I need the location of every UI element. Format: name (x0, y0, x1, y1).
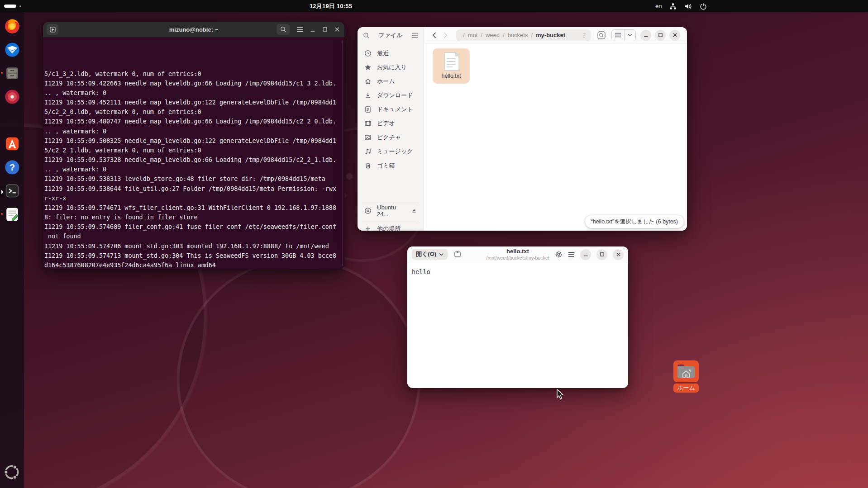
dock-item[interactable] (4, 88, 20, 105)
path-segment-label[interactable]: mnt (468, 32, 478, 38)
maximize-button[interactable] (596, 249, 607, 260)
terminal-line: 5/c1_3_2.ldb, watermark 0, num of entrie… (44, 69, 343, 79)
sidebar-item[interactable]: お気に入り (358, 60, 424, 74)
terminal-line: I1219 10:55:09.480747 needle_map_leveldb… (44, 117, 343, 126)
terminal-line: d164c5387608207e4e935f24d6ca4a95f6a linu… (44, 261, 343, 269)
path-segment[interactable]: / weed (477, 32, 500, 38)
terminal-line: .. , watermark: 0 (44, 88, 343, 98)
dock-items (0, 18, 24, 270)
path-segment[interactable]: / mnt (460, 32, 477, 38)
minimize-button[interactable] (640, 30, 651, 41)
dock-item[interactable] (4, 182, 20, 199)
sidebar-item-volume[interactable]: Ubuntu 24... (358, 204, 424, 218)
close-button[interactable] (613, 249, 624, 260)
terminal-scrollbar[interactable] (342, 40, 343, 266)
dock-item[interactable] (4, 18, 20, 34)
clock[interactable]: 12月19日 10:55 (286, 0, 376, 12)
terminal-output[interactable]: 5/c1_3_2.ldb, watermark 0, num of entrie… (44, 40, 343, 269)
list-view-icon[interactable] (612, 30, 624, 41)
sidebar-item-label: 最近 (377, 49, 389, 57)
maximize-icon[interactable] (322, 27, 328, 32)
dock-item[interactable] (4, 159, 20, 175)
dock-item[interactable] (4, 229, 20, 246)
terminal-line: .. , watermark: 0 (44, 165, 343, 174)
file-name-label: hello.txt (441, 73, 461, 79)
home-shortcut-tile[interactable] (673, 360, 699, 382)
minimize-icon (583, 252, 588, 257)
path-segment-label[interactable]: weed (486, 32, 500, 38)
new-tab-icon[interactable] (454, 251, 461, 258)
sidebar-item-icon (364, 92, 372, 99)
path-bar[interactable]: / mnt / weed / buckets / (456, 29, 591, 41)
terminal-headerbar[interactable]: mizuno@noble: ~ (43, 22, 344, 37)
kebab-menu-icon[interactable]: ⋮ (581, 32, 587, 38)
sidebar-item[interactable]: ミュージック (358, 144, 424, 158)
dock-item[interactable] (4, 135, 20, 152)
files-sidebar: ファイル 最近 お気に入り ホーム (358, 27, 424, 231)
desktop-home-shortcut[interactable]: ホーム (673, 360, 699, 393)
terminal-line: I1219 10:55:09.422663 needle_map_leveldb… (44, 79, 343, 88)
maximize-button[interactable] (655, 30, 666, 41)
search-button[interactable] (277, 24, 290, 35)
status-area[interactable]: en (655, 0, 707, 12)
sidebar-item[interactable]: ビデオ (358, 116, 424, 130)
sidebar-item[interactable]: ピクチャ (358, 130, 424, 144)
chevron-down-icon[interactable] (624, 30, 635, 41)
minimize-icon[interactable] (310, 27, 315, 32)
close-icon[interactable] (334, 27, 340, 32)
sidebar-item-other-locations[interactable]: 他の場所 (358, 222, 424, 236)
sidebar-item[interactable]: ホーム (358, 74, 424, 88)
ubuntu-desktop: { "topbar": { "clock": "12月19日 10:55", "… (0, 0, 868, 488)
text-editor-window: 開く(O) hello.txt /mnt/weed/buckets/my-buc… (407, 246, 628, 388)
back-icon[interactable] (432, 32, 437, 39)
network-icon (669, 3, 677, 10)
terminal-line: I1219 10:55:09.574671 wfs_filer_client.g… (44, 203, 343, 213)
workspace-pill-indicator[interactable] (4, 5, 16, 8)
open-button-label: 開く(O) (416, 250, 436, 258)
path-segment[interactable]: / my-bucket (528, 32, 565, 38)
editor-text-area[interactable]: hello (407, 263, 628, 388)
path-segment-label[interactable]: buckets (508, 32, 528, 38)
workspace-dot-indicator[interactable] (19, 5, 21, 7)
files-content-area[interactable]: hello.txt “hello.txt”を選択しました (6 bytes) (424, 44, 687, 231)
dock-item[interactable] (4, 41, 20, 58)
dock-item[interactable] (4, 206, 20, 223)
dock-edge-indicator (0, 187, 4, 197)
file-item-hello-txt[interactable]: hello.txt (433, 48, 470, 84)
terminal-line: I1219 10:55:09.452111 needle_map_leveldb… (44, 98, 343, 107)
show-apps-button[interactable] (4, 464, 20, 481)
sidebar-item[interactable]: ダウンロード (358, 88, 424, 102)
menu-icon[interactable] (411, 33, 418, 38)
forward-icon[interactable] (443, 32, 448, 39)
eject-icon[interactable] (411, 208, 417, 214)
minimize-button[interactable] (580, 249, 591, 260)
top-bar: 12月19日 10:55 en (0, 0, 868, 12)
gear-icon[interactable] (555, 251, 563, 258)
dock-app-icon (5, 66, 20, 81)
dock-item[interactable] (4, 65, 20, 81)
dock-app-icon (5, 19, 20, 34)
dock (0, 12, 24, 488)
path-segment-label[interactable]: my-bucket (536, 32, 565, 38)
dock-item[interactable] (4, 112, 20, 128)
open-button[interactable]: 開く(O) (412, 249, 448, 260)
dock-app-icon (5, 136, 20, 152)
menu-icon[interactable] (568, 252, 575, 257)
sidebar-item[interactable]: 最近 (358, 46, 424, 60)
sidebar-item[interactable]: ゴミ箱 (358, 158, 424, 172)
terminal-line: I1219 10:55:09.537328 needle_map_leveldb… (44, 155, 343, 165)
dock-item[interactable] (4, 253, 20, 270)
sidebar-item-label: ミュージック (377, 147, 413, 156)
sidebar-item[interactable]: ドキュメント (358, 102, 424, 116)
menu-icon[interactable] (296, 27, 303, 32)
editor-headerbar[interactable]: 開く(O) hello.txt /mnt/weed/buckets/my-buc… (407, 246, 628, 262)
location-search-icon[interactable] (597, 31, 606, 40)
language-indicator[interactable]: en (655, 3, 662, 9)
sidebar-item-label: ビデオ (377, 119, 395, 128)
search-icon[interactable] (363, 32, 370, 39)
view-toggle-button[interactable] (611, 29, 636, 41)
path-segment[interactable]: / buckets (500, 32, 528, 38)
terminal-line: 8: filer: no entry is found in filer sto… (44, 213, 343, 222)
close-button[interactable] (669, 30, 680, 41)
sidebar-item-label: 他の場所 (377, 225, 401, 233)
